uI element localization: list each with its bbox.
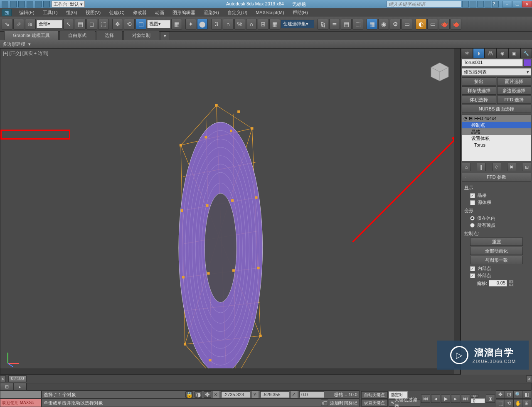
viewcube[interactable] <box>429 61 450 82</box>
rad-in-volume[interactable] <box>470 216 475 221</box>
btn-conform[interactable]: 与图形一致 <box>470 256 523 264</box>
tab-hierarchy-icon[interactable]: 品 <box>485 48 497 58</box>
modifier-list-dropdown[interactable]: 修改器列表▾ <box>462 68 531 76</box>
undo-icon[interactable] <box>27 1 33 7</box>
track-ruler[interactable] <box>27 383 532 390</box>
ribbon-expand-icon[interactable]: ▾ <box>160 32 170 40</box>
pivot-icon[interactable]: ▦ <box>171 19 182 29</box>
object-name-field[interactable]: Torus001 <box>462 59 523 66</box>
fov-icon[interactable]: ◧ <box>522 390 531 399</box>
tab-motion-icon[interactable]: ◉ <box>497 48 509 58</box>
pin-stack-icon[interactable]: ⌂ <box>462 163 471 171</box>
tab-display-icon[interactable]: ▣ <box>508 48 520 58</box>
refcoord-dropdown[interactable]: 视图 ▾ <box>147 20 170 28</box>
ribbon-tab-graphite[interactable]: Graphite 建模工具 <box>4 31 59 40</box>
chk-inner[interactable]: ✓ <box>470 266 475 271</box>
keyfilter-button[interactable]: ∿ 关键点过滤器 <box>389 399 420 407</box>
tab-utilities-icon[interactable]: 🔧 <box>520 48 532 58</box>
pan2-icon[interactable]: ✋ <box>513 399 522 407</box>
isolate-icon[interactable]: ◑ <box>195 391 202 398</box>
btn-nurbs-sel[interactable]: NURBS 曲面选择 <box>462 105 531 113</box>
teapot1-icon[interactable]: 🫖 <box>439 19 450 29</box>
render-prod-icon[interactable]: ◐ <box>416 19 426 29</box>
help-search-input[interactable] <box>387 1 461 7</box>
scale-icon[interactable]: ◫ <box>135 19 146 29</box>
move-icon[interactable]: ✥ <box>112 19 123 29</box>
pan-icon[interactable]: ✥ <box>496 390 505 399</box>
render-setup-icon[interactable]: ⚙ <box>390 19 401 29</box>
viewport-scrollbar-v[interactable] <box>454 49 460 368</box>
link-tool-icon[interactable]: ⇘ <box>2 19 12 29</box>
redo-icon[interactable] <box>35 1 42 7</box>
help-icon[interactable]: ? <box>492 1 499 7</box>
menu-create[interactable]: 创建(C) <box>105 9 128 17</box>
orbit-icon[interactable]: ⟲ <box>505 399 514 407</box>
chk-outer[interactable]: ✓ <box>470 273 475 278</box>
close-button[interactable]: ✕ <box>522 1 532 7</box>
tab-modify-icon[interactable]: ◗ <box>473 48 485 58</box>
mirror-icon[interactable]: ⧎ <box>318 19 328 29</box>
menu-group[interactable]: 组(G) <box>62 9 81 17</box>
object-color-swatch[interactable] <box>524 59 531 66</box>
percent-snap-icon[interactable]: % <box>234 19 245 29</box>
app-icon[interactable]: ⬔ <box>2 9 12 16</box>
menu-edit[interactable]: 编辑(E) <box>15 9 39 17</box>
named-sel-icon[interactable]: ▦ <box>269 19 280 29</box>
zoom-ext-icon[interactable]: ⊡ <box>505 390 514 399</box>
keymode-icon[interactable]: ⬤ <box>197 19 208 29</box>
autokey-button[interactable]: 自动关键点 <box>361 391 388 399</box>
goto-start-icon[interactable]: ⏮ <box>421 395 430 403</box>
save-icon[interactable] <box>18 1 25 7</box>
chk-lattice[interactable]: ✓ <box>470 193 475 198</box>
xyz-icon[interactable]: ✥ <box>204 391 211 398</box>
btn-spline-sel[interactable]: 样条线选择 <box>462 86 496 95</box>
viewport-canvas[interactable] <box>0 49 460 374</box>
offset-spinner[interactable]: ▲▼ <box>509 280 514 287</box>
btn-animate-all[interactable]: 全部动画化 <box>470 247 523 255</box>
schematic-icon[interactable]: ▦ <box>367 19 377 29</box>
menu-tools[interactable]: 工具(T) <box>39 9 62 17</box>
align-icon[interactable]: ≣ <box>329 19 340 29</box>
trackbar-filter-icon[interactable]: ▸ <box>13 383 27 390</box>
setkey-button[interactable]: 设置关键点 <box>361 399 388 407</box>
menu-views[interactable]: 视图(V) <box>81 9 105 17</box>
time-slider-thumb[interactable]: 0 / 100 <box>8 375 27 382</box>
prev-frame-icon[interactable]: ◂ <box>431 395 440 403</box>
time-slider[interactable]: < 0 / 100 > <box>0 375 532 383</box>
goto-end-icon[interactable]: ⏭ <box>461 395 470 403</box>
stack-set-volume[interactable]: 设置体积 <box>462 135 531 142</box>
selection-filter-dropdown[interactable]: 全部 ▾ <box>37 20 62 28</box>
maximize-button[interactable]: ▭ <box>512 1 522 7</box>
bind-icon[interactable]: ≋ <box>25 19 36 29</box>
menu-modifiers[interactable]: 修改器 <box>129 9 151 17</box>
select-rect-icon[interactable]: ◻ <box>86 19 97 29</box>
btn-ffd-sel[interactable]: FFD 选择 <box>497 96 532 104</box>
remove-mod-icon[interactable]: ✖ <box>507 163 516 171</box>
stack-base-torus[interactable]: Torus <box>462 142 531 148</box>
tab-create-icon[interactable]: ✲ <box>461 48 473 58</box>
btn-patch-sel[interactable]: 面片选择 <box>497 77 532 86</box>
teapot2-icon[interactable]: 🫖 <box>451 19 461 29</box>
btn-vol-sel[interactable]: 体积选择 <box>462 96 496 104</box>
render-iter-icon[interactable]: ▭ <box>427 19 438 29</box>
modifier-stack[interactable]: ◔⊟ FFD 4x4x4 控制点 晶格 设置体积 Torus <box>462 115 531 161</box>
open-icon[interactable] <box>10 1 17 7</box>
signin-icon[interactable] <box>470 1 476 7</box>
timeline-right-icon[interactable]: > <box>526 375 532 382</box>
exchange-icon[interactable] <box>477 1 484 7</box>
trackbar-toggle-icon[interactable]: ⊞ <box>0 383 13 390</box>
play-icon[interactable]: ▶ <box>441 395 450 403</box>
render-frame-icon[interactable]: ▭ <box>401 19 412 29</box>
stack-ffd-modifier[interactable]: ◔⊟ FFD 4x4x4 <box>462 115 531 122</box>
lock-icon[interactable]: 🔒 <box>185 391 193 398</box>
add-time-tag[interactable]: 添加时间标记 <box>330 400 357 406</box>
new-icon[interactable] <box>2 1 8 7</box>
stack-control-points[interactable]: 控制点 <box>462 122 531 128</box>
key-mode-icon[interactable]: ⊙ <box>471 394 478 398</box>
select-paint-icon[interactable]: ⬚ <box>98 19 109 29</box>
menu-render[interactable]: 渲染(R) <box>200 9 223 17</box>
rollout-ffd-params[interactable]: -FFD 参数 <box>462 173 531 181</box>
workspace-dropdown[interactable]: 工作台: 默认 ▾ <box>52 1 85 7</box>
angle-snap-icon[interactable]: ∩ <box>223 19 234 29</box>
frame-field[interactable]: 0 <box>471 398 485 403</box>
